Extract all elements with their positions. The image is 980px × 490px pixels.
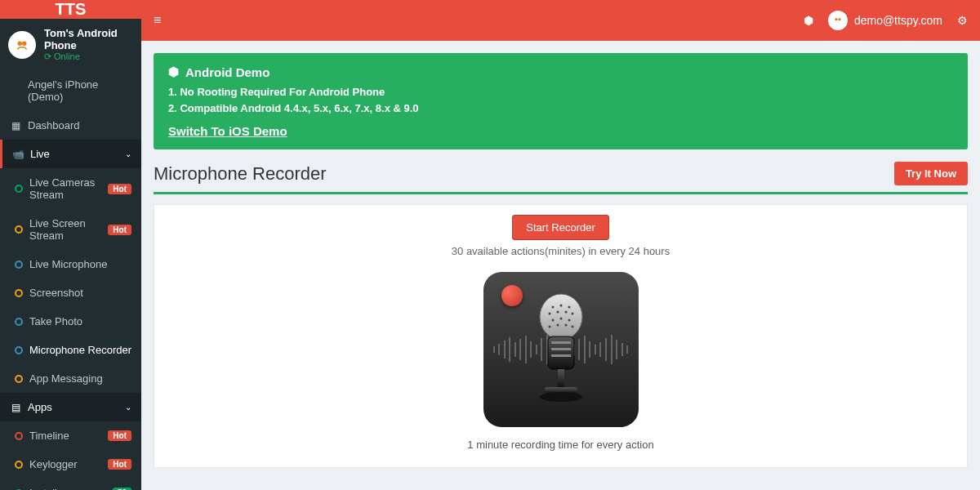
circle-icon (15, 461, 23, 469)
switch-demo-link[interactable]: Switch To iOS Demo (168, 124, 287, 138)
svg-point-11 (556, 311, 559, 314)
sidebar-item-live-microphone[interactable]: Live Microphone (0, 250, 141, 278)
apps-icon: ▤ (10, 402, 21, 413)
record-indicator-icon (501, 285, 523, 306)
svg-point-6 (540, 294, 582, 340)
svg-rect-25 (558, 369, 564, 387)
svg-rect-22 (551, 341, 571, 344)
circle-icon (15, 375, 23, 383)
sidebar-item-app-messaging[interactable]: App Messaging (0, 364, 141, 393)
svg-point-7 (551, 306, 554, 309)
sidebar-item-live-screen[interactable]: Live Screen Stream Hot (0, 209, 141, 250)
sidebar-item-dashboard[interactable]: ▦ Dashboard (0, 111, 141, 140)
quota-text: 30 available actions(minites) in every 2… (154, 245, 967, 257)
sidebar-item-timeline[interactable]: Timeline Hot (0, 421, 141, 450)
device-block[interactable]: Tom's Android Phone Online (0, 19, 141, 70)
svg-point-13 (571, 313, 573, 315)
circle-icon (15, 318, 23, 326)
user-avatar-icon (828, 11, 848, 30)
microphone-illustration (483, 272, 639, 427)
svg-point-20 (571, 326, 573, 328)
svg-point-18 (556, 324, 559, 327)
device-name: Tom's Android Phone (44, 27, 133, 51)
start-recorder-button[interactable]: Start Recorder (512, 215, 609, 240)
sidebar-item-take-photo[interactable]: Take Photo (0, 307, 141, 336)
user-email: demo@ttspy.com (854, 14, 942, 27)
sidebar-item-live-cameras[interactable]: Live Cameras Stream Hot (0, 168, 141, 209)
svg-point-19 (564, 324, 567, 327)
sidebar: TTS Tom's Android Phone Online Angel's i… (0, 0, 141, 490)
settings-icon[interactable]: ⚙ (957, 14, 968, 27)
circle-icon (15, 185, 23, 193)
menu-toggle-icon[interactable]: ≡ (154, 13, 161, 28)
demo-banner: ⬢ Android Demo 1. No Rooting Required Fo… (154, 53, 968, 149)
sidebar-item-keylogger[interactable]: Keylogger Hot (0, 450, 141, 479)
circle-icon (15, 346, 23, 354)
svg-point-16 (568, 319, 570, 322)
circle-icon (15, 289, 23, 297)
android-icon: ⬢ (168, 65, 179, 79)
recorder-panel: Start Recorder 30 available actions(mini… (154, 204, 968, 468)
sidebar-item-install[interactable]: Install 59 (0, 479, 141, 490)
chevron-down-icon: ⌄ (125, 403, 131, 412)
android-icon[interactable]: ⬢ (804, 14, 813, 27)
user-menu[interactable]: demo@ttspy.com (828, 11, 942, 30)
banner-title: Android Demo (185, 65, 270, 79)
page-title: Microphone Recorder (154, 163, 327, 185)
sidebar-item-screenshot[interactable]: Screenshot (0, 278, 141, 307)
live-icon: 📹 (12, 149, 24, 160)
svg-point-9 (568, 306, 570, 309)
svg-point-5 (838, 18, 840, 20)
divider (154, 192, 968, 194)
svg-point-14 (551, 319, 554, 322)
dashboard-icon: ▦ (10, 120, 21, 131)
microphone-icon (528, 292, 594, 407)
topbar: ≡ ⬢ demo@ttspy.com ⚙ (141, 0, 980, 41)
svg-point-15 (559, 318, 562, 320)
try-it-now-button[interactable]: Try It Now (894, 162, 968, 185)
circle-icon (15, 261, 23, 269)
banner-line: 1. No Rooting Required For Android Phone (168, 84, 953, 100)
svg-point-17 (548, 326, 550, 328)
svg-point-3 (832, 15, 844, 27)
device-avatar-icon (8, 31, 36, 59)
circle-icon (15, 432, 23, 440)
svg-point-8 (559, 305, 562, 307)
hot-badge: Hot (108, 459, 131, 470)
hot-badge: Hot (108, 184, 131, 194)
note-text: 1 minute recording time for every action (154, 439, 967, 451)
hot-badge: Hot (108, 225, 131, 235)
chevron-down-icon: ⌄ (125, 149, 131, 158)
svg-point-4 (835, 18, 837, 20)
svg-point-12 (564, 311, 567, 314)
sidebar-item-apps[interactable]: ▤ Apps ⌄ (0, 393, 141, 421)
svg-point-10 (548, 313, 550, 315)
device-status: Online (44, 51, 133, 62)
svg-rect-24 (551, 354, 571, 357)
svg-point-1 (18, 41, 23, 46)
sidebar-item-live[interactable]: 📹 Live ⌄ (0, 140, 141, 168)
hot-badge: Hot (108, 430, 131, 441)
svg-point-0 (14, 36, 30, 52)
svg-rect-23 (551, 348, 571, 350)
svg-point-2 (22, 41, 27, 46)
circle-icon (15, 225, 23, 234)
sidebar-item-angel-iphone[interactable]: Angel's iPhone (Demo) (0, 70, 141, 111)
svg-point-27 (540, 392, 582, 402)
banner-line: 2. Compatible Android 4.4.x, 5.x, 6.x, 7… (168, 100, 953, 117)
sidebar-item-microphone-recorder[interactable]: Microphone Recorder (0, 336, 141, 364)
brand-logo[interactable]: TTS (0, 0, 141, 19)
